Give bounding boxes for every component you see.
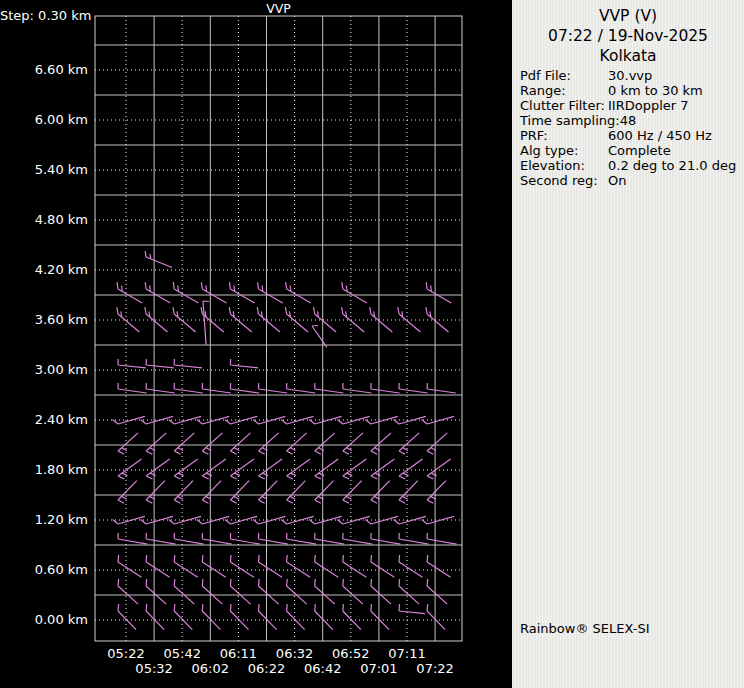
wind-barb	[230, 282, 255, 303]
wind-barb	[146, 533, 176, 544]
wind-barb	[343, 533, 373, 544]
wind-barb	[399, 433, 419, 454]
wind-barb	[315, 533, 345, 544]
y-axis-label: 1.80 km	[0, 462, 88, 478]
wind-barb	[287, 433, 307, 454]
panel-field-value: 30.vvp	[608, 68, 652, 83]
wind-barb	[174, 481, 193, 504]
y-axis-label: 0.00 km	[0, 612, 88, 628]
wind-barb	[287, 481, 306, 504]
wind-barb	[225, 416, 257, 424]
panel-field-label: Alg type:	[520, 143, 608, 158]
y-axis-label: 0.60 km	[0, 562, 88, 578]
wind-barb	[173, 282, 198, 303]
wind-barb	[146, 604, 164, 630]
wind-barb	[203, 301, 209, 345]
wind-barb	[118, 533, 148, 544]
wind-barb	[343, 481, 362, 504]
x-axis-label: 06:22	[243, 662, 291, 676]
panel-field-row: Second reg:On	[520, 173, 742, 188]
wind-barb	[118, 604, 136, 630]
wind-barb	[113, 516, 145, 524]
wind-barb	[343, 459, 367, 479]
wind-barb	[174, 433, 194, 454]
panel-datetime: 07:22 / 19-Nov-2025	[512, 27, 744, 45]
wind-barb	[118, 383, 147, 393]
wind-barb	[281, 516, 313, 524]
wind-barb	[427, 579, 447, 604]
wind-barb	[422, 416, 454, 424]
wind-barb	[398, 307, 421, 332]
wind-barb	[118, 555, 142, 577]
wind-barb	[230, 579, 250, 604]
wind-barb	[259, 433, 279, 454]
wind-barb	[315, 579, 335, 604]
wind-barb	[117, 282, 142, 303]
wind-barb	[173, 307, 196, 332]
wind-barb	[399, 533, 429, 544]
wind-barb	[257, 307, 280, 332]
wind-barb	[197, 416, 229, 424]
wind-barb	[399, 579, 419, 604]
y-axis-label: 4.20 km	[0, 262, 88, 278]
wind-barb	[371, 459, 395, 479]
wind-barb	[315, 383, 344, 393]
wind-barb	[202, 555, 226, 577]
wind-barb	[309, 416, 341, 424]
wind-barb	[174, 533, 204, 544]
wind-barb	[253, 416, 285, 424]
wind-barb	[146, 555, 170, 577]
panel-field-value: Complete	[608, 143, 671, 158]
vendor-footer: Rainbow® SELEX-SI	[520, 621, 650, 636]
x-axis-label: 06:52	[327, 647, 375, 661]
panel-field-label: Time sampling:	[520, 113, 620, 128]
panel-field-label: Clutter Filter:	[520, 98, 608, 113]
y-axis-label: 3.00 km	[0, 362, 88, 378]
wind-barb	[230, 481, 249, 504]
wind-barb	[427, 533, 457, 544]
wind-barb	[169, 416, 201, 424]
wind-barb	[342, 282, 367, 303]
wind-barb	[371, 433, 391, 454]
wind-barb	[343, 433, 363, 454]
wind-barb	[427, 433, 447, 454]
panel-field-value: 0.2 deg to 21.0 deg	[608, 158, 736, 173]
wind-barb	[141, 516, 173, 524]
wind-barb	[371, 604, 389, 630]
wind-barb	[337, 416, 369, 424]
wind-barb	[230, 604, 248, 630]
wind-barb	[287, 459, 311, 479]
wind-barb	[145, 251, 172, 267]
wind-barb	[118, 433, 138, 454]
wind-barb	[118, 481, 137, 504]
wind-barb	[202, 433, 222, 454]
wind-barb	[399, 383, 428, 393]
wind-barb	[197, 516, 229, 524]
wind-barb	[343, 555, 367, 577]
wind-barb	[422, 516, 454, 524]
wind-barb	[202, 579, 222, 604]
wind-barb	[312, 326, 327, 348]
wind-barb	[146, 579, 166, 604]
x-axis-label: 06:32	[271, 647, 319, 661]
info-panel: VVP (V) 07:22 / 19-Nov-2025 Kolkata Pdf …	[512, 0, 744, 688]
wind-barb	[314, 307, 337, 332]
wind-barb	[201, 282, 226, 303]
wind-barb	[258, 282, 283, 303]
wind-barb	[315, 481, 334, 504]
wind-barb	[315, 433, 335, 454]
wind-barb	[118, 359, 146, 368]
wind-barb	[202, 459, 226, 479]
wind-barb	[230, 359, 258, 368]
wind-barb	[287, 383, 316, 393]
wind-barb	[174, 555, 198, 577]
panel-field-value: 600 Hz / 450 Hz	[608, 128, 712, 143]
height-step-label: Step: 0.30 km	[0, 8, 90, 23]
wind-barb	[259, 459, 283, 479]
wind-barb	[169, 516, 201, 524]
wind-barb	[315, 459, 339, 479]
panel-field-value: IIRDoppler 7	[608, 98, 689, 113]
wind-barb	[259, 579, 279, 604]
panel-field-value: 48	[620, 113, 637, 128]
panel-title: VVP (V)	[512, 7, 744, 25]
